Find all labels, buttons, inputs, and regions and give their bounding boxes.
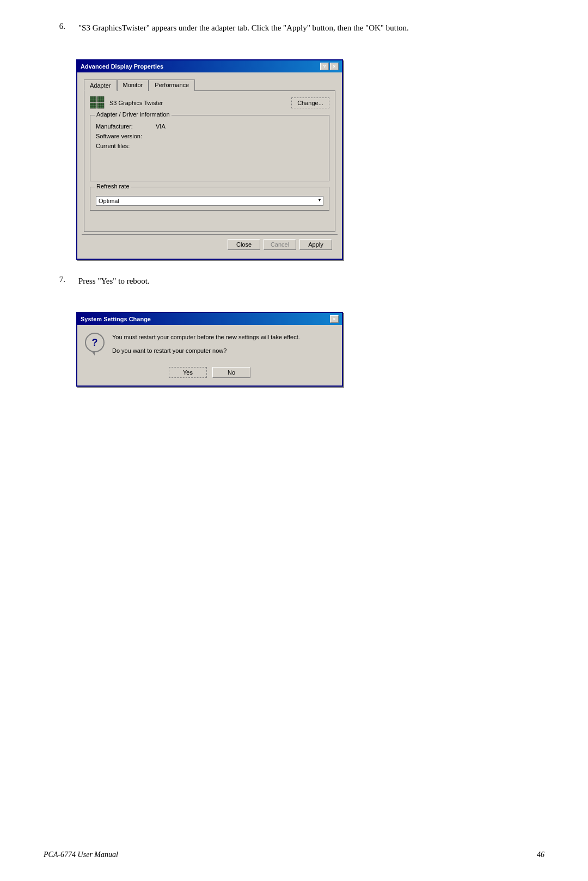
footer-left: PCA-6774 User Manual: [44, 851, 118, 859]
system-settings-dialog-container: System Settings Change × ? You must rest…: [76, 312, 343, 387]
advanced-display-dialog: Advanced Display Properties ? × Adapter …: [76, 59, 343, 260]
tab-monitor[interactable]: Monitor: [117, 79, 149, 91]
refresh-rate-group: Refresh rate Optimal: [90, 187, 329, 211]
step-6-number: 6.: [44, 22, 65, 34]
manufacturer-label: Manufacturer:: [96, 123, 156, 130]
page-content: 6. "S3 GraphicsTwister" appears under th…: [44, 22, 544, 402]
refresh-rate-select[interactable]: Optimal: [96, 196, 323, 206]
yes-button[interactable]: Yes: [169, 367, 207, 378]
refresh-select-wrapper: Optimal: [96, 194, 323, 206]
driver-info-spacer: [96, 149, 323, 176]
adapter-name: S3 Graphics Twister: [109, 100, 163, 106]
sys-message2: Do you want to restart your computer now…: [112, 346, 300, 356]
sys-message1: You must restart your computer before th…: [112, 333, 300, 342]
tab-performance[interactable]: Performance: [149, 79, 195, 91]
tab-bar: Adapter Monitor Performance: [82, 77, 338, 90]
dialog1-titlebar: Advanced Display Properties ? ×: [77, 60, 342, 72]
change-button[interactable]: Change...: [291, 97, 329, 108]
close-title-button[interactable]: ×: [330, 63, 339, 70]
driver-info-group: Adapter / Driver information Manufacture…: [90, 115, 329, 181]
sys-message: You must restart your computer before th…: [112, 333, 300, 359]
sys-dialog-title: System Settings Change: [81, 316, 151, 322]
dialog1-body: Adapter Monitor Performance: [77, 72, 342, 259]
sys-close-button[interactable]: ×: [330, 315, 339, 323]
sys-dialog-buttons: Yes No: [77, 365, 342, 386]
files-row: Current files:: [96, 143, 323, 149]
sys-titlebar: System Settings Change ×: [77, 313, 342, 325]
cancel-button[interactable]: Cancel: [264, 239, 296, 250]
sys-body: ? You must restart your computer before …: [77, 325, 342, 365]
help-button[interactable]: ?: [320, 63, 329, 70]
tab-adapter[interactable]: Adapter: [84, 79, 117, 91]
step-7: 7. Press "Yes" to reboot.: [44, 275, 544, 287]
footer-right: 46: [537, 851, 544, 859]
dialog1-title: Advanced Display Properties: [81, 63, 163, 70]
page-footer: PCA-6774 User Manual 46: [0, 851, 588, 859]
titlebar-buttons: ? ×: [320, 63, 339, 70]
step-7-number: 7.: [44, 275, 65, 287]
manufacturer-value: VIA: [156, 123, 166, 130]
tab-content: S3 Graphics Twister Change... Adapter / …: [84, 90, 335, 232]
svg-rect-1: [97, 96, 104, 102]
refresh-legend: Refresh rate: [95, 183, 131, 189]
svg-rect-3: [97, 103, 104, 108]
monitor-icon: [90, 96, 105, 109]
apply-button[interactable]: Apply: [299, 239, 332, 250]
dialog1-buttons: Close Cancel Apply: [82, 234, 338, 254]
svg-rect-2: [90, 103, 96, 108]
adapter-left: S3 Graphics Twister: [90, 96, 163, 109]
step-6-text: "S3 GraphicsTwister" appears under the a…: [78, 22, 409, 34]
system-settings-dialog: System Settings Change × ? You must rest…: [76, 312, 343, 387]
close-button[interactable]: Close: [228, 239, 260, 250]
software-row: Software version:: [96, 133, 323, 139]
manufacturer-row: Manufacturer: VIA: [96, 123, 323, 130]
spacer: [90, 216, 329, 226]
software-label: Software version:: [96, 133, 156, 139]
svg-rect-0: [90, 96, 96, 102]
advanced-display-dialog-container: Advanced Display Properties ? × Adapter …: [76, 59, 343, 260]
no-button[interactable]: No: [212, 367, 250, 378]
driver-info-legend: Adapter / Driver information: [95, 111, 171, 118]
step-6: 6. "S3 GraphicsTwister" appears under th…: [44, 22, 544, 34]
adapter-row: S3 Graphics Twister Change...: [90, 96, 329, 109]
question-icon: ?: [85, 333, 105, 352]
files-label: Current files:: [96, 143, 156, 149]
step-7-text: Press "Yes" to reboot.: [78, 275, 150, 287]
